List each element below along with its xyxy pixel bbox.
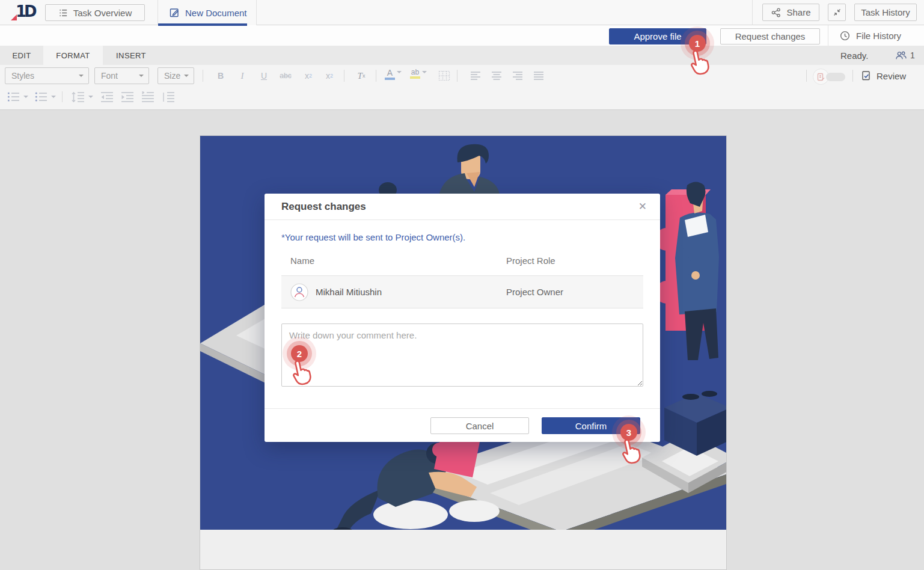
line-spacing-button[interactable] [70,90,87,103]
align-right-button[interactable] [509,69,527,83]
hanging-indent-icon [161,91,176,102]
font-dropdown-label: Font [101,71,118,81]
task-overview-button[interactable]: Task Overview [45,4,145,21]
bullet-list-menu[interactable] [49,90,58,103]
request-changes-button[interactable]: Request changes [720,28,820,44]
bold-button[interactable]: B [212,69,230,83]
menu-bar: EDIT FORMAT INSERT Ready. 1 [0,46,924,65]
name-column-header: Name [281,256,506,266]
align-center-button[interactable] [488,69,506,83]
top-bar: 1D Task Overview New Document Share Task… [0,0,924,25]
chevron-down-icon [79,75,84,79]
bullet-list-button[interactable] [32,90,49,103]
logo-text: 1D [16,2,35,20]
request-changes-label: Request changes [735,31,806,41]
tab-new-document[interactable]: New Document [158,0,257,25]
avatar-icon [290,283,308,301]
strikethrough-button[interactable]: abc [275,69,296,83]
close-icon[interactable]: ✕ [638,201,647,212]
align-justify-icon [533,71,545,81]
share-label: Share [786,7,810,17]
task-history-button[interactable]: Task History [854,4,917,21]
step-3-badge: 3 [620,424,637,441]
underline-button[interactable]: U [255,69,273,83]
role-column-header: Project Role [506,256,643,266]
action-bar: Approve file Request changes File Histor… [0,25,924,46]
step-2-badge: 2 [291,345,308,362]
first-line-indent-button[interactable] [139,90,156,103]
styles-dropdown[interactable]: Styles [5,67,89,84]
font-color-button[interactable]: A [385,69,402,84]
menu-tab-edit[interactable]: EDIT [0,46,43,65]
document-editor-app: 1D Task Overview New Document Share Task… [0,0,924,570]
review-button[interactable]: Review [861,67,906,84]
insert-table-button[interactable] [435,69,453,83]
font-color-swatch [385,78,395,80]
track-changes-toggle[interactable] [813,69,846,85]
bullet-list-icon [34,91,48,103]
styles-dropdown-label: Styles [11,71,34,81]
collapse-arrows-icon [833,8,842,17]
step-1-badge: 1 [689,35,706,52]
collapse-topbar-button[interactable] [828,4,846,21]
review-label: Review [877,71,906,81]
recipient-name: Mikhail Mitiushin [316,287,382,297]
align-right-icon [512,71,524,81]
align-left-button[interactable] [467,69,485,83]
italic-button[interactable]: I [233,69,251,83]
menu-tab-format[interactable]: FORMAT [43,46,103,65]
confirm-label: Confirm [575,421,607,431]
font-dropdown[interactable]: Font [94,67,149,84]
superscript-button[interactable]: x2 [299,69,317,83]
size-dropdown-label: Size [164,71,180,81]
chevron-down-icon [397,71,402,76]
line-spacing-menu[interactable] [87,90,95,103]
toggle-track [826,73,845,81]
connected-users-indicator[interactable]: 1 [894,46,915,65]
history-clock-icon [839,30,851,41]
formatting-toolbar: Styles Font Size B I U abc x2 x2 Tx A ab [0,65,924,110]
numbered-list-icon [6,91,20,103]
edit-document-icon [169,7,180,18]
cancel-button[interactable]: Cancel [430,417,529,434]
numbered-list-menu[interactable] [22,90,30,103]
recipient-row: Mikhail Mitiushin Project Owner [281,275,643,308]
recipient-table-header: Name Project Role [281,256,643,266]
toolbar-divider [62,91,63,102]
modal-title: Request changes [281,201,366,213]
comment-input[interactable] [281,323,643,387]
topbar-divider [752,0,753,25]
numbered-list-button[interactable] [5,90,22,103]
toolbar-divider [852,70,853,82]
task-overview-label: Task Overview [73,8,132,18]
file-history-label: File History [856,31,901,41]
align-justify-button[interactable] [530,69,548,83]
hanging-indent-button[interactable] [160,90,177,103]
toolbar-divider [376,70,376,82]
menu-tab-insert-label: INSERT [116,51,146,60]
toolbar-divider [203,70,203,82]
task-history-label: Task History [861,7,910,17]
cancel-label: Cancel [466,421,494,431]
chevron-down-icon [422,71,427,76]
chevron-down-icon [184,75,189,79]
menu-tab-format-label: FORMAT [56,51,90,60]
users-icon [894,51,907,61]
app-logo[interactable]: 1D [10,2,37,23]
size-dropdown[interactable]: Size [158,67,194,84]
increase-indent-button[interactable] [119,90,136,103]
menu-tab-insert[interactable]: INSERT [103,46,159,65]
recipient-name-cell: Mikhail Mitiushin [281,283,506,301]
decrease-indent-button[interactable] [99,90,115,103]
clear-formatting-button[interactable]: Tx [351,69,372,83]
share-button[interactable]: Share [762,4,819,21]
increase-indent-icon [120,91,135,102]
file-history-button[interactable]: File History [839,27,901,44]
menu-tab-edit-label: EDIT [12,51,31,60]
task-list-icon [58,8,69,18]
highlight-color-button[interactable]: ab [410,69,427,84]
request-changes-modal: Request changes ✕ *Your request will be … [265,194,660,442]
subscript-button[interactable]: x2 [320,69,338,83]
align-left-icon [470,71,482,81]
first-line-indent-icon [141,91,155,102]
